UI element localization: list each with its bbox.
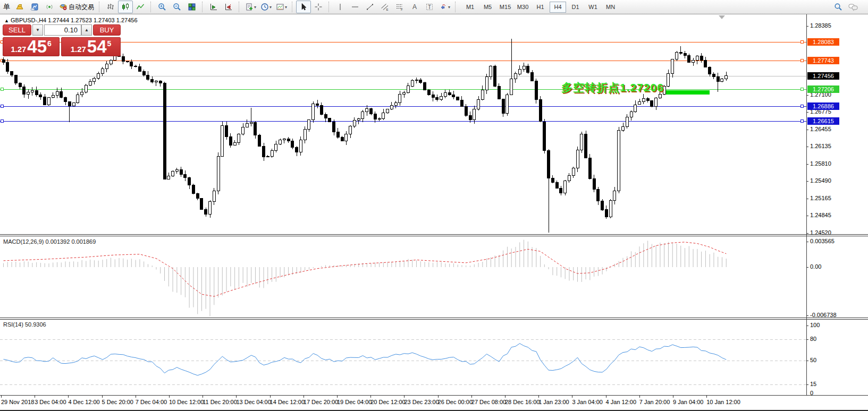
- new-order-gold-icon-button[interactable]: [12, 1, 27, 13]
- report-window-icon: [30, 3, 39, 11]
- time-axis-label: 26 Dec 00:00: [438, 399, 473, 405]
- trading-terminal: { "toolbar": { "left_text": "单", "autotr…: [0, 0, 868, 411]
- horizontal-line-tool-button[interactable]: [348, 1, 363, 13]
- timeframe-button-m30[interactable]: M30: [515, 2, 531, 13]
- periods-button[interactable]: ▾: [258, 1, 274, 13]
- symbol-ohlc-row: ▲ GBPUSD-,H4 1.27444 1.27523 1.27403 1.2…: [4, 17, 138, 23]
- time-axis-tick: [337, 395, 338, 398]
- vertical-line-tool-button[interactable]: [333, 1, 348, 13]
- price-level-badge: 1.27206: [807, 85, 839, 93]
- rsi-axis-tick: [806, 339, 808, 340]
- crosshair-button[interactable]: [311, 1, 326, 13]
- price-axis-tick: [806, 216, 808, 216]
- chart-shift-marker-icon[interactable]: [719, 15, 725, 19]
- timeframe-button-m5[interactable]: M5: [479, 2, 496, 13]
- timeframe-button-w1[interactable]: W1: [585, 2, 601, 13]
- rsi-label: RSI(14) 50.9306: [3, 321, 46, 328]
- cursor-button[interactable]: [296, 1, 311, 13]
- volume-decrease-button[interactable]: ▼: [32, 24, 43, 36]
- buy-price-panel[interactable]: 1.27 54 5: [61, 37, 121, 56]
- price-axis-tick: [806, 164, 808, 165]
- orders-label[interactable]: 单: [3, 2, 10, 12]
- price-axis-tick: [806, 95, 808, 96]
- time-axis-label: 1 Jan 23:00: [538, 399, 569, 405]
- signal-button[interactable]: [42, 1, 57, 13]
- price-axis-tick: [806, 199, 808, 199]
- templates-button[interactable]: ▾: [274, 1, 289, 13]
- buy-button[interactable]: BUY: [93, 24, 121, 36]
- rsi-indicator-chart[interactable]: [0, 320, 806, 395]
- dropdown-caret-icon: ▾: [254, 5, 256, 10]
- macd-axis-tick: [806, 267, 808, 268]
- candlestick-chart-type-button[interactable]: [118, 1, 133, 13]
- rsi-axis-label: 50: [810, 357, 816, 363]
- volume-input[interactable]: 0.10: [44, 24, 81, 36]
- chat-button[interactable]: [846, 1, 861, 13]
- collapse-panel-icon[interactable]: ▲: [4, 18, 9, 23]
- template-chart-icon: [276, 3, 284, 11]
- time-axis-label: 11 Dec 20:00: [203, 399, 237, 405]
- time-axis-tick: [572, 395, 572, 398]
- zoom-in-icon: [158, 3, 166, 11]
- rsi-axis-tick: [806, 361, 808, 361]
- rsi-axis-label: 0: [810, 390, 813, 396]
- sell-button[interactable]: SELL: [3, 24, 31, 36]
- auto-scroll-button[interactable]: [206, 1, 221, 13]
- timeframe-button-d1[interactable]: D1: [567, 2, 584, 13]
- autotrading-button[interactable]: 自动交易: [57, 1, 96, 13]
- svg-text:E: E: [386, 8, 389, 11]
- pivot-highlight-bar: [666, 90, 710, 95]
- trendline-icon: [366, 3, 374, 11]
- panel-separator[interactable]: [0, 318, 868, 320]
- price-axis-line: [806, 14, 807, 395]
- toolbar-separator: [99, 2, 100, 12]
- line-chart-type-button[interactable]: [133, 1, 148, 13]
- time-axis-label: 20 Dec 12:00: [370, 399, 405, 405]
- time-axis-tick: [236, 395, 237, 398]
- pivot-annotation-text: 多空转折点1.27206: [561, 80, 664, 95]
- channel-tool-button[interactable]: E: [377, 1, 392, 13]
- timeframe-button-m15[interactable]: M15: [497, 2, 513, 13]
- chart-shift-button[interactable]: [221, 1, 236, 13]
- volume-increase-button[interactable]: ▲: [81, 24, 92, 36]
- svg-text:A: A: [412, 3, 417, 11]
- timeframe-button-mn[interactable]: MN: [602, 2, 619, 13]
- price-axis-tick-label: 1.25810: [810, 160, 831, 167]
- chat-bubbles-icon: [848, 3, 858, 11]
- time-axis-label: 5 Dec 20:00: [102, 399, 133, 405]
- time-axis-tick: [404, 395, 404, 398]
- time-axis-tick: [471, 395, 472, 398]
- main-price-chart[interactable]: [0, 15, 806, 234]
- time-axis-tick: [538, 395, 539, 398]
- zoom-in-button[interactable]: [155, 1, 170, 13]
- timeframe-button-m1[interactable]: M1: [462, 2, 478, 13]
- sell-price-panel[interactable]: 1.27 45 6: [3, 37, 60, 56]
- time-axis-tick: [304, 395, 304, 398]
- timeframe-button-h4[interactable]: H4: [550, 2, 566, 13]
- new-order-button[interactable]: ▾: [243, 1, 258, 13]
- text-tool-button[interactable]: A: [407, 1, 422, 13]
- time-axis-label: 23 Dec 23:00: [404, 399, 439, 405]
- svg-text:T: T: [428, 4, 431, 10]
- crosshair-icon: [314, 3, 323, 11]
- market-report-button[interactable]: [27, 1, 42, 13]
- search-button[interactable]: [831, 1, 846, 13]
- price-axis-tick-label: 1.24520: [810, 229, 831, 236]
- macd-axis-label: 0.00: [810, 263, 821, 270]
- panel-separator[interactable]: [0, 234, 868, 236]
- bar-chart-type-button[interactable]: [103, 1, 118, 13]
- arrows-icon: [439, 3, 448, 11]
- arrows-tool-button[interactable]: ▾: [437, 1, 452, 13]
- timeframe-button-h1[interactable]: H1: [532, 2, 549, 13]
- label-tool-button[interactable]: T: [422, 1, 437, 13]
- time-axis-label: 3 Dec 04:00: [35, 399, 66, 405]
- bar-chart-icon: [106, 3, 115, 11]
- fibonacci-tool-button[interactable]: F: [392, 1, 407, 13]
- macd-indicator-chart[interactable]: [0, 236, 806, 317]
- trendline-tool-button[interactable]: [363, 1, 377, 13]
- gold-ingot-icon: [15, 3, 24, 11]
- zoom-out-button[interactable]: [170, 1, 184, 13]
- price-axis-tick-label: 1.28385: [810, 22, 831, 29]
- tile-windows-button[interactable]: [184, 1, 199, 13]
- time-axis-label: 19 Dec 04:00: [337, 399, 372, 405]
